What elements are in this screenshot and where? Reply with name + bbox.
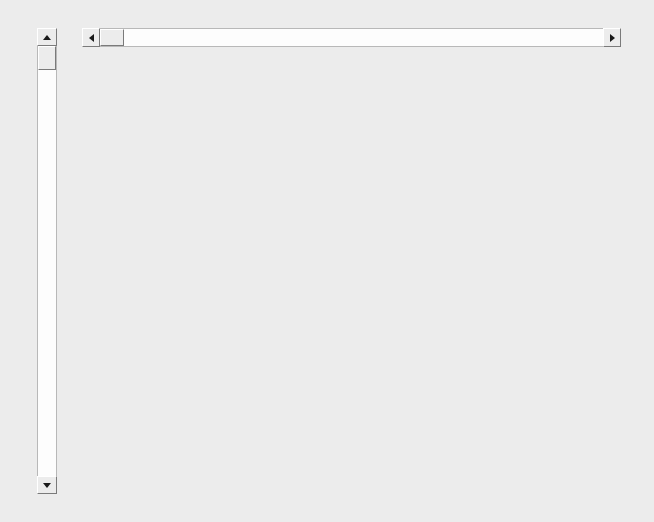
horizontal-scroll-thumb[interactable] [100,29,124,46]
chevron-right-icon [610,34,615,42]
chevron-down-icon [43,483,51,488]
scroll-left-button[interactable] [82,28,100,47]
horizontal-scrollbar[interactable] [82,28,621,47]
scroll-right-button[interactable] [603,28,621,47]
horizontal-scroll-track[interactable] [100,28,603,47]
vertical-scroll-thumb[interactable] [38,46,56,70]
chevron-up-icon [43,35,51,40]
vertical-scroll-track[interactable] [37,46,57,476]
vertical-scrollbar[interactable] [37,28,57,494]
scroll-up-button[interactable] [37,28,57,46]
chevron-left-icon [89,34,94,42]
scroll-down-button[interactable] [37,476,57,494]
